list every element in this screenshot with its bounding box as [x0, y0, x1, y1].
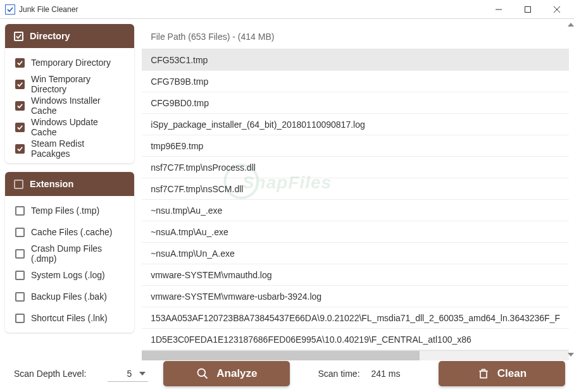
- option-label: Shortcut Files (.lnk): [31, 313, 108, 323]
- file-row[interactable]: ~nsuA.tmp\Au_.exe: [142, 221, 569, 243]
- file-row[interactable]: vmware-SYSTEM\vmauthd.log: [142, 264, 569, 286]
- file-row[interactable]: nsf7C7F.tmp\nsProcess.dll: [142, 157, 569, 178]
- analyze-button[interactable]: Analyze: [163, 361, 290, 386]
- scan-depth-label: Scan Depth Level:: [14, 369, 86, 379]
- checkbox[interactable]: [15, 144, 25, 154]
- file-row[interactable]: CFG53C1.tmp: [142, 49, 569, 71]
- file-row[interactable]: ~nsuA.tmp\Un_A.exe: [142, 243, 569, 264]
- directory-header[interactable]: Directory: [5, 24, 134, 48]
- extension-options: Temp Files (.tmp)Cache Files (.cache)Cra…: [5, 196, 134, 333]
- checkbox[interactable]: [15, 123, 25, 132]
- scroll-up-arrow[interactable]: [566, 20, 574, 29]
- directory-header-checkbox[interactable]: [14, 32, 23, 41]
- checkbox[interactable]: [15, 80, 25, 89]
- extension-panel: Extension Temp Files (.tmp)Cache Files (…: [5, 172, 134, 333]
- file-list: File Path (653 Files) - (414 MB) CFG53C1…: [142, 24, 569, 360]
- horizontal-scrollbar[interactable]: [142, 350, 569, 360]
- file-row[interactable]: CFG9BD0.tmp: [142, 92, 569, 114]
- option-item[interactable]: Cache Files (.cache): [5, 221, 134, 243]
- analyze-button-label: Analyze: [216, 367, 257, 380]
- option-item[interactable]: Win Temporary Directory: [5, 73, 134, 95]
- directory-options: Temporary DirectoryWin Temporary Directo…: [5, 48, 134, 163]
- option-label: System Logs (.log): [31, 270, 105, 280]
- close-button[interactable]: [542, 0, 571, 19]
- scan-time-label: Scan time:: [318, 369, 359, 379]
- extension-header-checkbox[interactable]: [14, 180, 23, 189]
- clean-button[interactable]: Clean: [439, 361, 565, 386]
- option-label: Windows Installer Cache: [31, 95, 124, 116]
- option-label: Steam Redist Pacakges: [31, 138, 124, 159]
- maximize-button[interactable]: [513, 0, 542, 19]
- option-label: Win Temporary Directory: [31, 74, 124, 94]
- scan-time: Scan time: 241 ms: [318, 369, 400, 379]
- scan-depth-value: 5: [127, 369, 132, 379]
- horizontal-scrollbar-thumb[interactable]: [142, 351, 420, 360]
- checkbox[interactable]: [15, 314, 25, 323]
- checkbox[interactable]: [15, 228, 25, 237]
- option-label: Temp Files (.tmp): [31, 205, 99, 216]
- file-list-body[interactable]: CFG53C1.tmpCFG7B9B.tmpCFG9BD0.tmpiSpy_pa…: [142, 49, 569, 350]
- svg-point-4: [198, 369, 206, 377]
- option-item[interactable]: Shortcut Files (.lnk): [5, 307, 134, 329]
- sidebar: Directory Temporary DirectoryWin Tempora…: [5, 24, 134, 360]
- svg-line-5: [204, 376, 208, 379]
- clean-button-label: Clean: [497, 367, 527, 380]
- bottom-bar: Scan Depth Level: 5 Analyze Scan time: 2…: [0, 360, 574, 392]
- checkbox[interactable]: [15, 58, 25, 68]
- chevron-down-icon: [139, 372, 146, 376]
- scroll-down-arrow[interactable]: [566, 350, 574, 359]
- file-list-header[interactable]: File Path (653 Files) - (414 MB): [142, 24, 569, 49]
- option-item[interactable]: Temp Files (.tmp): [5, 200, 134, 221]
- option-label: Cache Files (.cache): [31, 227, 112, 237]
- trash-icon: [477, 367, 490, 380]
- file-row[interactable]: iSpy_package_installer_(64_bit)_20180110…: [142, 114, 569, 135]
- scan-depth-select[interactable]: 5: [108, 366, 148, 382]
- file-row[interactable]: tmp96E9.tmp: [142, 135, 569, 157]
- directory-header-label: Directory: [30, 31, 70, 41]
- option-label: Temporary Directory: [31, 58, 111, 68]
- file-row[interactable]: ~nsu.tmp\Au_.exe: [142, 200, 569, 221]
- option-label: Backup Files (.bak): [31, 291, 107, 302]
- file-row[interactable]: 1D5E3C0FEDA1E123187686FED06E995A\10.0.40…: [142, 329, 569, 350]
- checkbox[interactable]: [15, 271, 25, 280]
- minimize-button[interactable]: [484, 0, 513, 19]
- app-icon: [5, 4, 15, 15]
- option-item[interactable]: Windows Update Cache: [5, 116, 134, 138]
- checkbox[interactable]: [15, 101, 25, 111]
- titlebar: Junk File Cleaner: [0, 0, 574, 19]
- extension-header-label: Extension: [30, 179, 73, 189]
- file-row[interactable]: 153AA053AF120723B8A73845437E66DA\9.0.210…: [142, 307, 569, 329]
- file-row[interactable]: nsf7C7F.tmp\nsSCM.dll: [142, 178, 569, 200]
- checkbox[interactable]: [15, 206, 25, 216]
- option-label: Windows Update Cache: [31, 117, 124, 137]
- option-label: Crash Dump Files (.dmp): [31, 243, 124, 264]
- extension-header[interactable]: Extension: [5, 172, 134, 196]
- window-controls: [484, 0, 571, 19]
- checkbox[interactable]: [15, 249, 25, 259]
- svg-rect-1: [525, 6, 531, 12]
- main-area: Directory Temporary DirectoryWin Tempora…: [0, 19, 574, 360]
- option-item[interactable]: System Logs (.log): [5, 264, 134, 286]
- option-item[interactable]: Crash Dump Files (.dmp): [5, 243, 134, 264]
- vertical-scrollbar[interactable]: [566, 19, 574, 360]
- file-row[interactable]: vmware-SYSTEM\vmware-usbarb-3924.log: [142, 286, 569, 307]
- window-title: Junk File Cleaner: [19, 5, 484, 14]
- file-row[interactable]: CFG7B9B.tmp: [142, 71, 569, 92]
- option-item[interactable]: Windows Installer Cache: [5, 95, 134, 116]
- option-item[interactable]: Temporary Directory: [5, 52, 134, 73]
- directory-panel: Directory Temporary DirectoryWin Tempora…: [5, 24, 134, 163]
- checkbox[interactable]: [15, 292, 25, 302]
- option-item[interactable]: Steam Redist Pacakges: [5, 138, 134, 159]
- option-item[interactable]: Backup Files (.bak): [5, 286, 134, 307]
- scan-time-value: 241 ms: [371, 369, 401, 379]
- search-icon: [196, 367, 209, 380]
